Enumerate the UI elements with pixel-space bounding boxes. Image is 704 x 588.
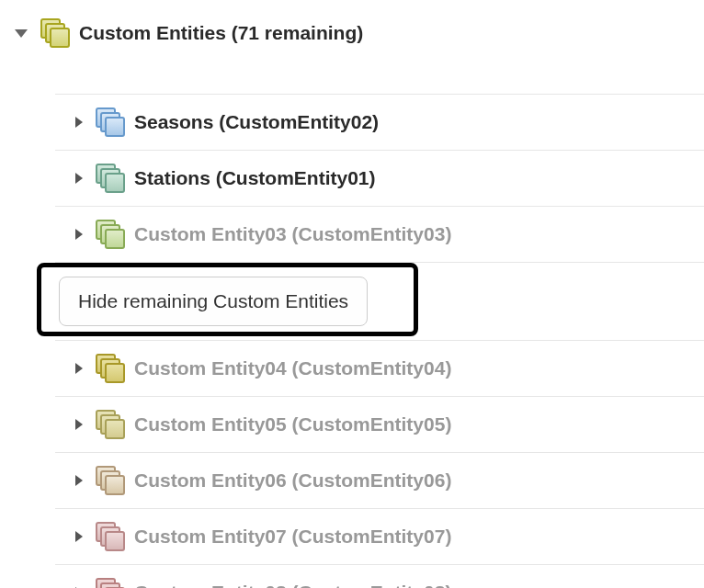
root-label[interactable]: Custom Entities (71 remaining) [79, 22, 363, 44]
tree-item-label[interactable]: Seasons (CustomEntity02) [134, 111, 379, 133]
caret-right-icon[interactable] [75, 229, 83, 240]
caret-right-icon[interactable] [75, 419, 83, 430]
tree-item[interactable]: Custom Entity04 (CustomEntity04) [55, 340, 704, 396]
tree-item[interactable]: Stations (CustomEntity01) [55, 150, 704, 206]
tree-row[interactable]: Seasons (CustomEntity02) [55, 95, 704, 150]
tree-row[interactable]: Custom Entity03 (CustomEntity03) [55, 207, 704, 262]
caret-right-icon[interactable] [75, 475, 83, 486]
tree-item[interactable]: Custom Entity06 (CustomEntity06) [55, 452, 704, 508]
tree-item-label[interactable]: Custom Entity08 (CustomEntity08) [134, 582, 451, 588]
tree-row[interactable]: Stations (CustomEntity01) [55, 151, 704, 206]
tree-row[interactable]: Custom Entity08 (CustomEntity08) [55, 565, 704, 588]
caret-right-icon[interactable] [75, 117, 83, 128]
hide-button-wrap: Hide remaining Custom Entities [55, 262, 704, 340]
tree-item-label[interactable]: Custom Entity07 (CustomEntity07) [134, 526, 451, 548]
tree-row[interactable]: Custom Entity05 (CustomEntity05) [55, 397, 704, 452]
caret-right-icon[interactable] [75, 173, 83, 184]
tree-item-label[interactable]: Custom Entity03 (CustomEntity03) [134, 223, 451, 245]
caret-right-icon[interactable] [75, 531, 83, 542]
entity-stack-icon [96, 107, 125, 137]
entity-stack-icon [96, 578, 125, 588]
root-tree-item[interactable]: Custom Entities (71 remaining) [0, 9, 704, 57]
entity-stack-icon [96, 164, 125, 193]
tree-item[interactable]: Seasons (CustomEntity02) [55, 94, 704, 150]
entity-stack-icon [96, 410, 125, 439]
tree-item-label[interactable]: Stations (CustomEntity01) [134, 167, 376, 189]
tree-item[interactable]: Custom Entity07 (CustomEntity07) [55, 508, 704, 564]
tree-row[interactable]: Custom Entity04 (CustomEntity04) [55, 341, 704, 396]
tree-item-label[interactable]: Custom Entity06 (CustomEntity06) [134, 469, 451, 492]
caret-down-icon[interactable] [15, 29, 28, 38]
tree-item-label[interactable]: Custom Entity04 (CustomEntity04) [134, 357, 451, 379]
caret-right-icon[interactable] [75, 363, 83, 374]
tree-row[interactable]: Custom Entity06 (CustomEntity06) [55, 453, 704, 508]
tree-children: Seasons (CustomEntity02)Stations (Custom… [55, 94, 704, 588]
tree-item[interactable]: Custom Entity08 (CustomEntity08) [55, 564, 704, 588]
hide-remaining-button[interactable]: Hide remaining Custom Entities [59, 277, 368, 326]
entity-stack-icon [40, 18, 70, 48]
entity-stack-icon [96, 220, 125, 249]
entity-stack-icon [96, 354, 125, 383]
entity-stack-icon [96, 522, 125, 551]
tree-item[interactable]: Custom Entity03 (CustomEntity03) [55, 206, 704, 262]
tree-item[interactable]: Custom Entity05 (CustomEntity05) [55, 396, 704, 452]
tree-row[interactable]: Custom Entity07 (CustomEntity07) [55, 509, 704, 564]
entity-stack-icon [96, 466, 125, 495]
tree-item-label[interactable]: Custom Entity05 (CustomEntity05) [134, 413, 451, 435]
